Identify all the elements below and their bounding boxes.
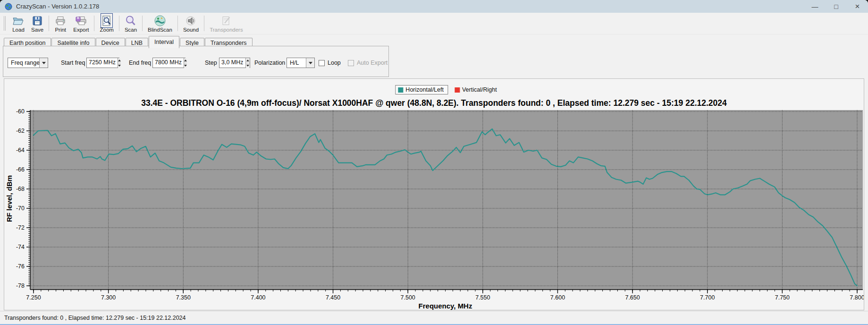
svg-text:-60: -60 (16, 108, 25, 115)
toolbar-separator (94, 16, 94, 31)
speaker-icon (185, 14, 197, 27)
svg-text:-64: -64 (16, 147, 25, 154)
spinner-arrows-icon[interactable] (184, 58, 187, 68)
chart-legend: Horizontal/Left Vertical/Right (395, 85, 497, 94)
step-stepper[interactable]: 3,0 MHz (219, 58, 250, 68)
checkbox-box (319, 60, 325, 66)
toolbar-separator (119, 16, 119, 31)
svg-text:7.300: 7.300 (101, 294, 116, 301)
zoom-button[interactable]: Zoom (96, 13, 117, 34)
end-freq-stepper[interactable]: 7800 MHz (152, 58, 185, 68)
chevron-down-icon (39, 58, 48, 68)
app-window: CrazyScan - Version 1.0.2.178 — □ × Load (0, 0, 868, 325)
checkbox-box (348, 60, 354, 66)
svg-text:-70: -70 (16, 205, 25, 212)
export-printer-icon (75, 14, 88, 27)
svg-text:7.650: 7.650 (625, 294, 640, 301)
svg-text:RF level, dBm: RF level, dBm (5, 175, 13, 222)
end-freq-label: End freq (129, 60, 151, 66)
save-button[interactable]: Save (28, 13, 47, 34)
window-title: CrazyScan - Version 1.0.2.178 (16, 3, 99, 10)
printer-icon (54, 14, 67, 27)
blindscan-button[interactable]: BlindScan (144, 13, 176, 34)
svg-text:-62: -62 (16, 128, 25, 134)
svg-text:Frequency, MHz: Frequency, MHz (419, 302, 472, 310)
floppy-disk-icon (32, 14, 43, 27)
legend-item-vertical-right[interactable]: Vertical/Right (455, 86, 497, 93)
scan-button[interactable]: Scan (121, 13, 140, 34)
svg-text:7.250: 7.250 (26, 294, 41, 301)
rf-level-plot[interactable]: 7.2507.3007.3507.4007.4507.5007.5507.600… (4, 79, 864, 310)
svg-text:-72: -72 (16, 224, 25, 231)
svg-text:7.800: 7.800 (850, 294, 864, 301)
svg-text:7.500: 7.500 (401, 294, 415, 301)
toolbar-separator (49, 16, 49, 31)
polarization-label: Polarization (254, 60, 285, 66)
maximize-button[interactable]: □ (826, 0, 847, 13)
svg-text:-74: -74 (16, 244, 25, 250)
freq-range-select[interactable]: Freq range (8, 58, 48, 68)
start-freq-label: Start freq (61, 60, 85, 66)
open-folder-icon (12, 14, 25, 27)
chart-title: 33.4E - ORBITRON O-16 (4,9m off-focus)/ … (4, 98, 864, 108)
status-text: Transponders found: 0 , Elapsed time: 12… (4, 315, 186, 321)
chart-panel[interactable]: Horizontal/Left Vertical/Right 33.4E - O… (4, 78, 864, 310)
spinner-arrows-icon[interactable] (118, 58, 121, 68)
toolbar-separator (177, 16, 178, 31)
load-button[interactable]: Load (9, 13, 28, 34)
svg-text:-76: -76 (16, 263, 25, 270)
svg-text:7.700: 7.700 (700, 294, 715, 301)
svg-text:-66: -66 (16, 166, 25, 173)
toolbar-separator (142, 16, 143, 31)
tab-interval[interactable]: Interval (149, 36, 179, 48)
minimize-button[interactable]: — (804, 0, 826, 13)
status-bar: Transponders found: 0 , Elapsed time: 12… (0, 311, 868, 324)
chevron-down-icon (306, 58, 314, 68)
svg-text:7.450: 7.450 (326, 294, 340, 301)
close-button[interactable]: × (847, 0, 868, 13)
interval-panel: Freq range Start freq 7250 MHz End freq … (3, 46, 389, 77)
export-button[interactable]: Export (70, 13, 92, 34)
loop-checkbox[interactable]: Loop (319, 60, 341, 66)
zoom-document-icon (101, 14, 112, 27)
legend-item-horizontal-left[interactable]: Horizontal/Left (395, 85, 448, 94)
step-label: Step (205, 60, 217, 66)
transponders-button: Transponders (206, 13, 246, 34)
svg-text:7.600: 7.600 (550, 294, 565, 301)
magnifier-icon (125, 14, 136, 27)
svg-text:-78: -78 (16, 282, 25, 289)
svg-text:7.750: 7.750 (775, 294, 790, 301)
toolbar: Load Save (0, 13, 868, 34)
transponder-list-icon (220, 14, 232, 27)
sound-button[interactable]: Sound (180, 13, 202, 34)
print-button[interactable]: Print (51, 13, 70, 34)
polarization-select[interactable]: H/L (287, 58, 315, 68)
svg-text:7.350: 7.350 (176, 294, 191, 301)
spinner-arrows-icon[interactable] (245, 58, 250, 68)
blindscan-globe-icon (154, 14, 166, 27)
title-bar: CrazyScan - Version 1.0.2.178 — □ × (0, 0, 868, 13)
svg-text:-68: -68 (16, 186, 25, 192)
auto-export-checkbox: Auto Export (348, 60, 388, 66)
globe-app-icon (5, 3, 12, 10)
toolbar-grip[interactable] (4, 16, 6, 31)
svg-text:7.400: 7.400 (251, 294, 265, 301)
legend-swatch-horizontal (398, 87, 403, 93)
toolbar-separator (204, 16, 204, 31)
svg-text:7.550: 7.550 (475, 294, 490, 301)
start-freq-stepper[interactable]: 7250 MHz (86, 58, 119, 68)
legend-swatch-vertical (455, 87, 460, 93)
